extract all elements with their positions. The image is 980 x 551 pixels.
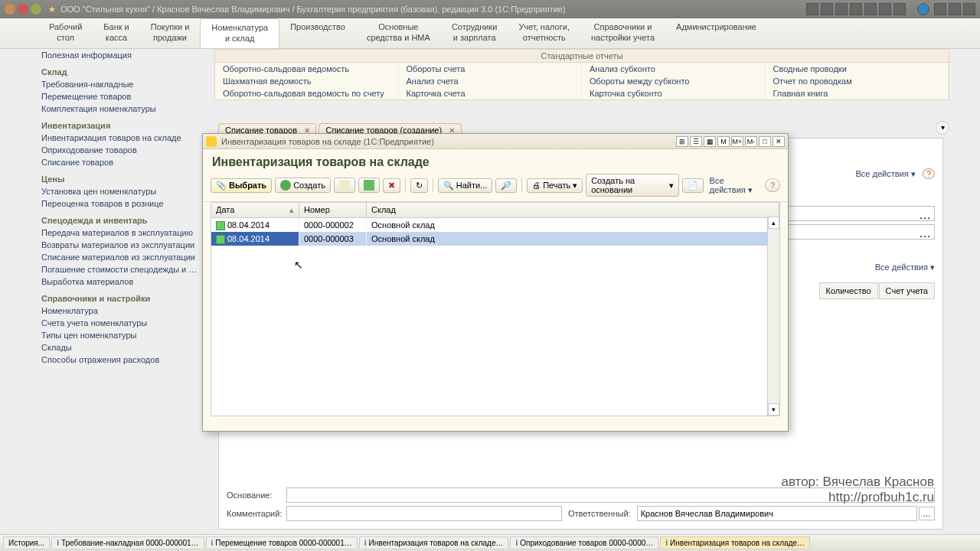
- section-tab[interactable]: Номенклатураи склад: [200, 18, 279, 48]
- report-link[interactable]: Оборотно-сальдовая ведомость: [215, 63, 399, 75]
- taskbar-item[interactable]: іИнвентаризация товаров на складе…: [660, 536, 810, 549]
- nav-link[interactable]: Передача материалов в эксплуатацию: [38, 227, 207, 239]
- scroll-up-button[interactable]: ▴: [768, 217, 779, 229]
- all-actions-link-1[interactable]: Все действия ▾ ?: [855, 169, 935, 179]
- report-link[interactable]: Карточка счета: [399, 87, 583, 99]
- report-link[interactable]: Отчет по проводкам: [766, 75, 949, 87]
- nav-link[interactable]: Типы цен номенклатуры: [38, 329, 207, 341]
- taskbar-item[interactable]: іТребование-накладная 0000-000001…: [51, 536, 204, 549]
- section-tab[interactable]: Основныесредства и НМА: [356, 18, 441, 48]
- nav-link[interactable]: Комплектация номенклатуры: [38, 103, 207, 115]
- comment-input[interactable]: [286, 506, 562, 521]
- create-button[interactable]: Создать: [275, 178, 331, 193]
- section-tab[interactable]: Администрирование: [665, 18, 767, 48]
- tool-icon[interactable]: [850, 3, 862, 15]
- hdr-icon[interactable]: ▦: [704, 136, 716, 147]
- col-number[interactable]: Номер: [299, 203, 367, 217]
- favorites-icon[interactable]: ★: [48, 5, 56, 15]
- nav-link[interactable]: Погашение стоимости спецодежды и …: [38, 263, 207, 276]
- close-button[interactable]: [963, 3, 975, 15]
- m-plus-button[interactable]: M+: [731, 136, 743, 147]
- section-tab[interactable]: Учет, налоги,отчетность: [508, 18, 580, 48]
- tool-icon[interactable]: [835, 3, 848, 15]
- refresh-button[interactable]: ↻: [410, 178, 428, 193]
- nav-link[interactable]: Оприходование товаров: [38, 144, 207, 156]
- tool-icon[interactable]: [879, 3, 891, 15]
- nav-link[interactable]: Перемещение товаров: [38, 90, 207, 103]
- section-tab[interactable]: Производство: [279, 18, 356, 48]
- taskbar-item[interactable]: іИнвентаризация товаров на складе…: [359, 536, 509, 549]
- taskbar-item[interactable]: іОприходование товаров 0000-0000…: [510, 536, 658, 549]
- sys-icon[interactable]: [18, 4, 28, 15]
- field-2[interactable]: …: [774, 224, 935, 240]
- section-tab[interactable]: Справочники инастройки учета: [580, 18, 665, 48]
- print-button[interactable]: 🖨 Печать ▾: [527, 178, 583, 193]
- report-link[interactable]: Обороты счета: [399, 63, 583, 75]
- edit-button[interactable]: [358, 178, 380, 193]
- report-link[interactable]: Анализ субконто: [582, 63, 766, 75]
- report-link[interactable]: Сводные проводки: [766, 63, 949, 75]
- dialog-close-button[interactable]: ✕: [773, 136, 785, 147]
- dialog-titlebar[interactable]: Инвентаризация товаров на складе (1С:Пре…: [203, 134, 788, 149]
- all-actions-link-2[interactable]: Все действия ▾: [875, 262, 935, 272]
- help-button[interactable]: ?: [765, 178, 780, 192]
- section-tab[interactable]: Рабочийстол: [38, 18, 93, 48]
- m-button[interactable]: M: [717, 136, 730, 147]
- find-button[interactable]: 🔍 Найти...: [438, 178, 493, 193]
- section-tab[interactable]: Сотрудникии зарплата: [441, 18, 508, 48]
- field-1[interactable]: …: [774, 206, 935, 221]
- minimize-button[interactable]: [934, 3, 946, 15]
- grid-row[interactable]: 08.04.2014 19:29:270000-000002Основной с…: [211, 218, 779, 232]
- grid-scrollbar[interactable]: ▴ ▾: [767, 217, 779, 416]
- tool-icon[interactable]: [821, 3, 833, 15]
- report-link[interactable]: Шахматная ведомость: [215, 75, 399, 87]
- create-based-button[interactable]: Создать на основании ▾: [586, 174, 678, 197]
- col-date[interactable]: Дата ▴: [211, 203, 299, 217]
- tabs-dropdown-button[interactable]: ▾: [936, 121, 949, 135]
- maximize-button[interactable]: [949, 3, 961, 15]
- nav-link[interactable]: Инвентаризация товаров на складе: [38, 132, 207, 144]
- sys-icon[interactable]: [31, 4, 41, 15]
- report-link[interactable]: Анализ счета: [399, 75, 583, 87]
- grid-row[interactable]: 08.04.2014 19:46:530000-000003Основной с…: [211, 232, 779, 246]
- report-button[interactable]: 📄: [682, 178, 704, 193]
- dialog-maximize-button[interactable]: □: [759, 136, 771, 147]
- tool-icon[interactable]: [893, 3, 906, 15]
- report-link[interactable]: Карточка субконто: [582, 87, 766, 99]
- nav-link[interactable]: Склады: [38, 341, 207, 354]
- section-tab[interactable]: Покупки ипродажи: [140, 18, 201, 48]
- nav-link[interactable]: Счета учета номенклатуры: [38, 317, 207, 329]
- report-link[interactable]: Главная книга: [766, 87, 949, 99]
- responsible-input[interactable]: [637, 506, 917, 521]
- responsible-select-button[interactable]: …: [919, 507, 935, 520]
- all-actions-button[interactable]: Все действия ▾: [710, 176, 762, 195]
- tool-icon[interactable]: [806, 3, 818, 15]
- hdr-icon[interactable]: ☰: [690, 136, 702, 147]
- section-tab[interactable]: Банк икасса: [93, 18, 139, 48]
- history-button[interactable]: История...: [3, 536, 50, 549]
- nav-link[interactable]: Списание товаров: [38, 156, 207, 168]
- nav-link[interactable]: Номенклатура: [38, 305, 207, 317]
- clear-find-button[interactable]: 🔎: [495, 178, 517, 193]
- nav-link[interactable]: Переоценка товаров в рознице: [38, 197, 207, 210]
- inventory-grid[interactable]: Дата ▴ Номер Склад 08.04.2014 19:29:2700…: [211, 202, 780, 416]
- nav-link[interactable]: Списание материалов из эксплуатации: [38, 251, 207, 263]
- hdr-icon[interactable]: ⊞: [676, 136, 688, 147]
- copy-button[interactable]: [334, 178, 355, 193]
- nav-link[interactable]: Требования-накладные: [38, 78, 207, 90]
- nav-link[interactable]: Способы отражения расходов: [38, 354, 207, 366]
- scroll-down-button[interactable]: ▾: [768, 403, 779, 416]
- nav-link[interactable]: Установка цен номенклатуры: [38, 185, 207, 197]
- select-button[interactable]: 📎 Выбрать: [211, 178, 272, 193]
- m-minus-button[interactable]: M-: [745, 136, 757, 147]
- nav-link[interactable]: Возвраты материалов из эксплуатации: [38, 239, 207, 251]
- tool-icon[interactable]: [864, 3, 877, 15]
- help-icon[interactable]: [917, 3, 929, 15]
- delete-button[interactable]: ✖: [383, 178, 400, 193]
- nav-link[interactable]: Полезная информация: [38, 49, 207, 61]
- col-warehouse[interactable]: Склад: [367, 203, 779, 217]
- taskbar-item[interactable]: іПеремещение товаров 0000-000001…: [206, 536, 358, 549]
- nav-link[interactable]: Выработка материалов: [38, 276, 207, 288]
- report-link[interactable]: Обороты между субконто: [582, 75, 766, 87]
- report-link[interactable]: Оборотно-сальдовая ведомость по счету: [215, 87, 399, 99]
